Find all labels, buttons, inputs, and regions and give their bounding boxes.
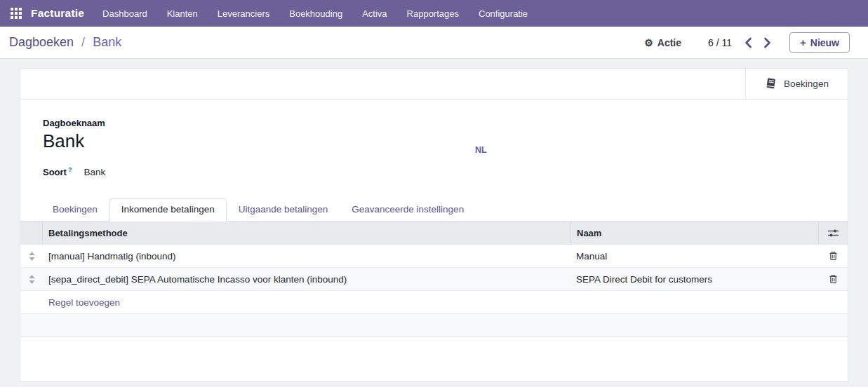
drag-handle-icon[interactable]	[20, 275, 43, 284]
sliders-icon	[828, 229, 839, 238]
trash-icon	[829, 274, 838, 284]
new-button-label: Nieuw	[810, 37, 839, 48]
notebook-tabs: Boekingen Inkomende betalingen Uitgaande…	[20, 198, 848, 222]
tab-boekingen[interactable]: Boekingen	[41, 198, 109, 222]
new-button[interactable]: + Nieuw	[789, 32, 850, 53]
chevron-right-icon[interactable]	[763, 37, 771, 48]
delete-row-button[interactable]	[818, 268, 848, 290]
breadcrumb-dagboeken[interactable]: Dagboeken	[9, 35, 74, 49]
book-icon	[765, 78, 777, 90]
delete-row-button[interactable]	[818, 245, 848, 267]
menu-leveranciers[interactable]: Leveranciers	[218, 8, 269, 19]
pager-arrows	[745, 37, 771, 48]
journal-name-value[interactable]: Bank	[43, 130, 825, 152]
top-navbar: Facturatie Dashboard Klanten Leverancier…	[0, 0, 868, 27]
optional-columns-button[interactable]	[818, 222, 848, 245]
table-footer-band	[20, 314, 848, 337]
menu-rapportages[interactable]: Rapportages	[407, 8, 459, 19]
menu-klanten[interactable]: Klanten	[167, 8, 198, 19]
add-row: Regel toevoegen	[20, 291, 848, 314]
breadcrumb: Dagboeken / Bank	[9, 35, 121, 50]
payment-methods-table: Betalingsmethode Naam [manual] Handmatig…	[20, 222, 848, 337]
main-menu: Dashboard Klanten Leveranciers Boekhoudi…	[102, 8, 528, 19]
app-name[interactable]: Facturatie	[31, 7, 84, 20]
boekingen-stat-button[interactable]: Boekingen	[745, 69, 848, 99]
tab-geavanceerde-instellingen[interactable]: Geavanceerde instellingen	[340, 198, 476, 222]
form-card: Boekingen Dagboeknaam Bank NL Soort? Ban…	[20, 68, 848, 382]
row-name[interactable]: SEPA Direct Debit for customers	[570, 274, 818, 285]
pager-counter: 6 / 11	[708, 37, 732, 48]
tab-uitgaande-betalingen[interactable]: Uitgaande betalingen	[227, 198, 340, 222]
add-line-link[interactable]: Regel toevoegen	[48, 297, 120, 308]
menu-boekhouding[interactable]: Boekhouding	[289, 8, 342, 19]
row-method[interactable]: [sepa_direct_debit] SEPA Automatische In…	[43, 274, 570, 285]
drag-handle-icon[interactable]	[20, 252, 43, 261]
stat-button-box: Boekingen	[20, 69, 848, 100]
journal-type-row: Soort? Bank	[43, 166, 825, 177]
row-name[interactable]: Manual	[570, 251, 818, 262]
table-row[interactable]: [sepa_direct_debit] SEPA Automatische In…	[20, 268, 848, 291]
action-menu-button[interactable]: ⚙ Actie	[644, 37, 681, 48]
form-sheet: Dagboeknaam Bank NL Soort? Bank	[20, 100, 848, 177]
help-question-icon[interactable]: ?	[68, 166, 72, 173]
menu-configuratie[interactable]: Configuratie	[479, 8, 528, 19]
chevron-left-icon[interactable]	[745, 37, 752, 48]
table-header-row: Betalingsmethode Naam	[20, 222, 848, 245]
plus-icon: +	[800, 36, 806, 48]
journal-type-label: Soort?	[43, 166, 72, 177]
apps-grid-icon[interactable]	[10, 7, 22, 20]
breadcrumb-current: Bank	[93, 35, 121, 49]
header-betalingsmethode[interactable]: Betalingsmethode	[43, 228, 570, 238]
header-naam[interactable]: Naam	[570, 222, 818, 245]
table-row[interactable]: [manual] Handmatig (inbound) Manual	[20, 245, 848, 268]
journal-type-value[interactable]: Bank	[84, 167, 105, 177]
row-method[interactable]: [manual] Handmatig (inbound)	[43, 251, 570, 262]
breadcrumb-separator: /	[81, 35, 85, 49]
menu-dashboard[interactable]: Dashboard	[102, 8, 147, 19]
trash-icon	[829, 251, 838, 261]
menu-activa[interactable]: Activa	[362, 8, 387, 19]
control-panel-right: ⚙ Actie 6 / 11 + Nieuw	[644, 32, 850, 53]
stat-button-label: Boekingen	[784, 79, 829, 89]
journal-name-label: Dagboeknaam	[43, 118, 825, 128]
language-badge[interactable]: NL	[475, 145, 487, 155]
control-panel: Dagboeken / Bank ⚙ Actie 6 / 11 + Nieuw	[0, 27, 868, 59]
tab-inkomende-betalingen[interactable]: Inkomende betalingen	[109, 198, 227, 222]
gear-icon: ⚙	[644, 38, 653, 48]
action-menu-label: Actie	[657, 37, 681, 48]
header-handle-cell	[20, 222, 43, 245]
